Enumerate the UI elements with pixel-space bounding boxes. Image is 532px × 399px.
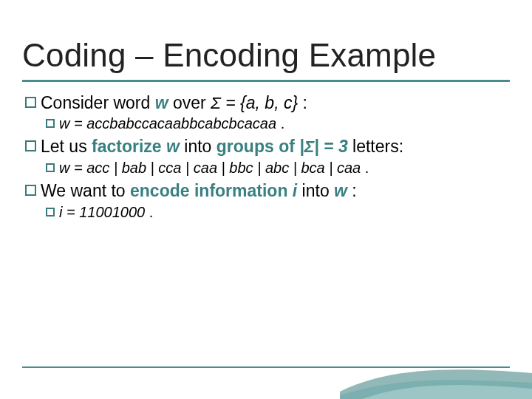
bullet-text: We want to encode information i into w : <box>41 180 357 202</box>
title-underline <box>22 80 510 82</box>
bullet-square-icon <box>25 97 36 108</box>
bullet-text: w = accbabccacaabbcabcbcacaa . <box>59 115 284 133</box>
bullet-square-icon <box>25 140 36 151</box>
bullet-square-icon <box>46 119 55 128</box>
footer-rule <box>22 366 510 369</box>
bullet-factorize: Let us factorize w into groups of |Σ| = … <box>25 136 510 157</box>
bullet-text: Let us factorize w into groups of |Σ| = … <box>41 136 403 157</box>
bullet-consider: Consider word w over Σ = {a, b, c} : <box>25 92 510 114</box>
subbullet-i-value: i = 11001000 . <box>46 203 510 222</box>
bullet-encode: We want to encode information i into w : <box>25 180 510 202</box>
bullet-square-icon <box>46 163 55 172</box>
bullet-square-icon <box>25 185 36 196</box>
subbullet-factorized: w = acc | bab | cca | caa | bbc | abc | … <box>46 159 510 177</box>
bullet-square-icon <box>46 208 55 216</box>
subbullet-w-value: w = accbabccacaabbcabcbcacaa . <box>46 115 510 133</box>
slide-title: Coding – Encoding Example <box>22 37 510 74</box>
bullet-text: i = 11001000 . <box>59 203 153 222</box>
slide-body: Consider word w over Σ = {a, b, c} : w =… <box>22 92 510 222</box>
footer-swoosh-icon <box>340 347 532 399</box>
bullet-text: Consider word w over Σ = {a, b, c} : <box>41 92 307 114</box>
bullet-text: w = acc | bab | cca | caa | bbc | abc | … <box>59 159 369 177</box>
